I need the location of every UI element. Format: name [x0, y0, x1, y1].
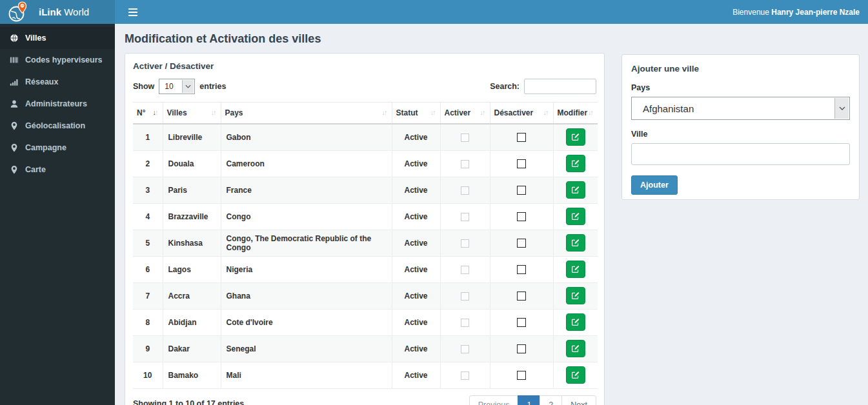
row-ville-cell: Dakar [163, 335, 221, 362]
edit-button[interactable] [566, 155, 585, 172]
sort-icon: ↓↑ [211, 108, 217, 116]
desactiver-checkbox[interactable] [517, 318, 526, 327]
desactiver-checkbox[interactable] [517, 371, 526, 380]
map-marker-icon [10, 143, 19, 152]
activer-checkbox[interactable] [461, 345, 469, 353]
desactiver-checkbox[interactable] [517, 186, 526, 195]
search-input[interactable] [524, 79, 596, 94]
search-control: Search: [490, 79, 596, 94]
edit-button[interactable] [566, 366, 585, 384]
globe-icon [10, 34, 19, 43]
show-label: Show [133, 82, 154, 91]
entries-label: entries [199, 82, 226, 91]
row-activer-cell [440, 335, 490, 362]
row-pays-cell: Congo, The Democratic Republic of the Co… [221, 230, 392, 256]
column-header-desactiver[interactable]: Désactiver↓↑ [490, 103, 553, 124]
sidebar-item-codes-hyperviseurs[interactable]: Codes hyperviseurs [0, 49, 115, 71]
desactiver-checkbox[interactable] [517, 159, 526, 168]
sidebar-item-label: Réseaux [25, 77, 58, 86]
row-statut-cell: Active [392, 282, 440, 309]
activer-checkbox[interactable] [461, 266, 469, 274]
edit-button[interactable] [566, 287, 585, 304]
welcome-text: Bienvenue Hanry Jean-pierre Nzale [732, 8, 860, 17]
sidebar-item-carte[interactable]: Carte [0, 159, 115, 181]
top-navbar: $ iLink World Bienvenue Hanry Jean-pierr… [0, 0, 868, 24]
desactiver-checkbox[interactable] [517, 133, 526, 142]
map-marker-icon [10, 165, 19, 174]
row-statut-cell: Active [392, 150, 440, 177]
sidebar-item-villes[interactable]: Villes [0, 27, 115, 49]
pays-selected-value: Afghanistan [632, 103, 694, 114]
row-modifier-cell [553, 230, 598, 256]
page-length-select[interactable]: 10 [159, 79, 195, 94]
row-ville-cell: Libreville [163, 124, 221, 150]
edit-button[interactable] [566, 234, 585, 252]
desactiver-checkbox[interactable] [517, 239, 526, 248]
edit-button[interactable] [566, 128, 585, 146]
edit-button[interactable] [566, 181, 585, 199]
row-desactiver-cell [490, 282, 553, 309]
pagination-page-1-button[interactable]: 1 [518, 395, 540, 405]
column-header-activer[interactable]: Activer↓↑ [440, 103, 490, 124]
activer-checkbox[interactable] [461, 371, 469, 380]
barcode-icon [10, 55, 19, 64]
table-footer: Showing 1 to 10 of 17 entries Previous 1… [133, 395, 596, 405]
edit-button[interactable] [566, 208, 585, 225]
table-row: 9 Dakar Senegal Active [133, 335, 598, 362]
pays-select[interactable]: Afghanistan [631, 97, 850, 120]
edit-button[interactable] [566, 261, 585, 278]
sidebar-item-label: Villes [25, 34, 46, 43]
row-statut-cell: Active [392, 230, 440, 256]
desactiver-checkbox[interactable] [517, 265, 526, 274]
sidebar-item-geolocalisation[interactable]: Géolocalisation [0, 115, 115, 137]
desactiver-checkbox[interactable] [517, 344, 526, 353]
menu-toggle-button[interactable] [123, 3, 143, 21]
column-header-statut[interactable]: Statut↓↑ [392, 103, 440, 124]
row-activer-cell [440, 256, 490, 282]
table-row: 1 Libreville Gabon Active [133, 124, 598, 150]
desactiver-checkbox[interactable] [517, 291, 526, 301]
sort-icon: ↓↑ [480, 108, 486, 116]
row-pays-cell: France [221, 177, 392, 203]
column-header-numero[interactable]: N°↓↑ [133, 103, 163, 124]
desactiver-checkbox[interactable] [517, 212, 526, 221]
row-modifier-cell [553, 362, 598, 388]
activer-checkbox[interactable] [461, 186, 469, 195]
ville-input[interactable] [631, 143, 850, 165]
table-row: 7 Accra Ghana Active [133, 282, 598, 309]
row-statut-cell: Active [392, 362, 440, 388]
ajouter-button[interactable]: Ajouter [631, 175, 678, 195]
sidebar-item-campagne[interactable]: Campagne [0, 137, 115, 159]
sidebar-item-label: Administrateurs [25, 99, 87, 108]
globe-pin-logo-icon: $ [8, 1, 28, 23]
sidebar: Villes Codes hyperviseurs Réseaux Admini… [0, 24, 115, 405]
activer-checkbox[interactable] [461, 133, 469, 142]
column-header-pays[interactable]: Pays↓↑ [221, 103, 392, 124]
activer-checkbox[interactable] [461, 213, 469, 221]
pagination-next-button[interactable]: Next [561, 395, 596, 405]
activer-desactiver-panel: Activer / Désactiver Show 10 entries Sea… [125, 53, 605, 405]
row-number-cell: 9 [133, 335, 163, 362]
brand-link[interactable]: $ iLink World [0, 0, 115, 24]
row-number-cell: 5 [133, 230, 163, 256]
row-ville-cell: Kinshasa [163, 230, 221, 256]
edit-button[interactable] [566, 313, 585, 331]
column-header-modifier[interactable]: Modifier↓↑ [553, 103, 598, 124]
sidebar-item-administrateurs[interactable]: Administrateurs [0, 93, 115, 115]
activer-checkbox[interactable] [461, 292, 469, 301]
edit-button[interactable] [566, 340, 585, 357]
sidebar-item-reseaux[interactable]: Réseaux [0, 71, 115, 93]
activer-checkbox[interactable] [461, 319, 469, 327]
sort-icon: ↓↑ [588, 108, 594, 116]
pencil-square-icon [571, 371, 580, 379]
activer-checkbox[interactable] [461, 239, 469, 248]
pagination-previous-button[interactable]: Previous [469, 395, 519, 405]
row-activer-cell [440, 203, 490, 230]
column-header-villes[interactable]: Villes↓↑ [163, 103, 221, 124]
content-area: Modification et Activation des villes Ac… [115, 24, 868, 405]
pencil-square-icon [571, 159, 580, 168]
activer-checkbox[interactable] [461, 160, 469, 168]
pagination-page-2-button[interactable]: 2 [540, 395, 562, 405]
row-statut-cell: Active [392, 177, 440, 203]
row-desactiver-cell [490, 124, 553, 150]
